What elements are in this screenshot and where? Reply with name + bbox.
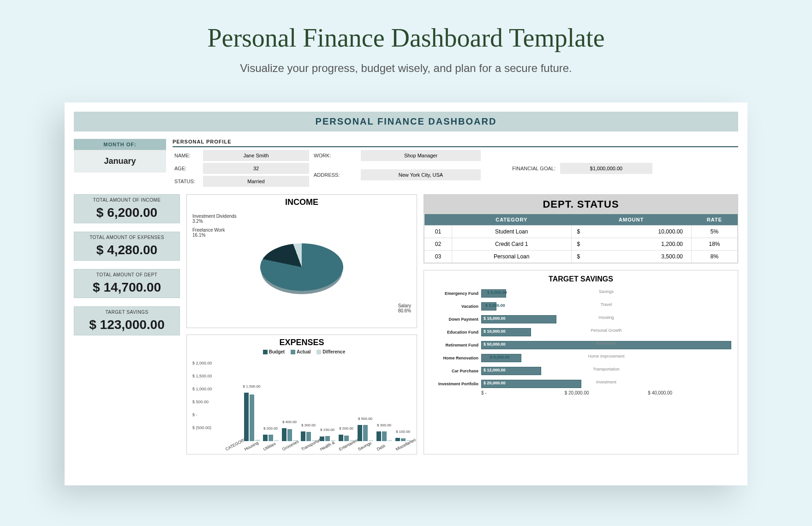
goal-value: $1,000,000.00 (560, 163, 652, 174)
work-label: WORK: (312, 151, 358, 160)
stat-income-value: $ 6,200.00 (77, 205, 177, 220)
dashboard-card: PERSONAL FINANCE DASHBOARD MONTH OF: Jan… (65, 102, 747, 485)
dashboard-header: PERSONAL FINANCE DASHBOARD (74, 112, 738, 132)
pie-label-freelance: Freelance Work16.1% (192, 227, 225, 238)
stats-sidebar: TOTAL AMOUNT OF INCOME $ 6,200.00 TOTAL … (74, 194, 180, 454)
stat-expenses-value: $ 4,280.00 (77, 243, 177, 257)
address-value: New York City, USA (361, 169, 481, 180)
profile-section-title: PERSONAL PROFILE (173, 139, 738, 147)
table-row: 01Student Loan$10,000.005% (424, 226, 738, 238)
table-row: 03Personal Loan$3,500.008% (424, 251, 738, 263)
status-value: Married (203, 176, 309, 187)
table-row: 02Credit Card 1$1,200.0018% (424, 238, 738, 251)
pie-icon (260, 243, 343, 291)
dept-panel: DEPT. STATUS CATEGORY AMOUNT RATE 01Stud… (424, 194, 738, 263)
stat-savings: TARGET SAVINGS $ 123,000.00 (74, 306, 180, 335)
stat-income-label: TOTAL AMOUNT OF INCOME (77, 197, 177, 203)
pie-label-salary: Salary80.6% (398, 303, 411, 313)
dept-title: DEPT. STATUS (424, 195, 738, 214)
month-box: MONTH OF: January (74, 139, 166, 187)
income-pie-chart: Investment Dividends3.2% Freelance Work1… (190, 207, 414, 318)
month-value: January (74, 150, 166, 173)
personal-profile: PERSONAL PROFILE NAME: Jane Smith WORK: … (173, 139, 738, 187)
goal-label: FINANCIAL GOAL: (484, 164, 557, 173)
page-title: Personal Finance Dashboard Template (28, 23, 784, 53)
expenses-panel: EXPENSES Budget Actual Difference $ 2,00… (186, 335, 417, 454)
stat-expenses: TOTAL AMOUNT OF EXPENSES $ 4,280.00 (74, 232, 180, 261)
expenses-bar-chart: $ 2,000.00$ 1,500.00$ 1,000.00$ 500.00$ … (190, 356, 414, 462)
stat-dept-value: $ 14,700.00 (77, 280, 177, 295)
age-value: 32 (203, 163, 309, 174)
age-label: AGE: (173, 164, 200, 173)
name-label: NAME: (173, 151, 200, 160)
th-amount: AMOUNT (571, 214, 691, 226)
stat-dept-label: TOTAL AMOUNT OF DEPT (77, 272, 177, 277)
work-value: Shop Manager (361, 150, 481, 161)
savings-bar-chart: Emergency Fund$ 5,000.00SavingsVacation$… (427, 285, 735, 414)
page-subtitle: Visualize your progress, budget wisely, … (28, 62, 784, 75)
address-label: ADDRESS: (312, 170, 358, 179)
status-label: STATUS: (173, 177, 200, 186)
name-value: Jane Smith (203, 150, 309, 161)
savings-panel: TARGET SAVINGS Emergency Fund$ 5,000.00S… (424, 270, 738, 454)
income-panel: INCOME Investment Dividends3.2% Freelanc… (186, 194, 417, 328)
stat-income: TOTAL AMOUNT OF INCOME $ 6,200.00 (74, 194, 180, 223)
dept-table: CATEGORY AMOUNT RATE 01Student Loan$10,0… (424, 214, 738, 263)
savings-title: TARGET SAVINGS (427, 275, 735, 283)
expenses-legend: Budget Actual Difference (190, 349, 414, 354)
stat-savings-value: $ 123,000.00 (77, 317, 177, 332)
stat-savings-label: TARGET SAVINGS (77, 310, 177, 315)
month-label: MONTH OF: (74, 139, 166, 150)
stat-expenses-label: TOTAL AMOUNT OF EXPENSES (77, 235, 177, 240)
th-rate: RATE (692, 214, 738, 226)
stat-dept: TOTAL AMOUNT OF DEPT $ 14,700.00 (74, 269, 180, 298)
th-category: CATEGORY (452, 214, 572, 226)
income-title: INCOME (190, 197, 414, 207)
pie-label-dividends: Investment Dividends3.2% (192, 214, 237, 224)
expenses-title: EXPENSES (190, 338, 414, 347)
